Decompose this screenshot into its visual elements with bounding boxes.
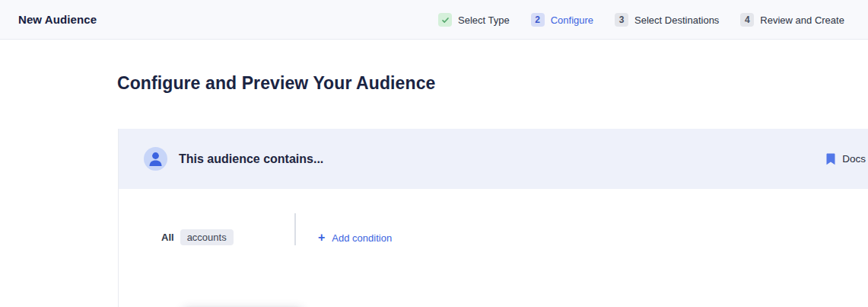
- step-label: Configure: [551, 14, 593, 26]
- add-condition-button[interactable]: + Add condition: [318, 232, 392, 244]
- step-number-badge: 3: [615, 13, 628, 27]
- panel-header: This audience contains... Docs: [119, 129, 868, 189]
- add-condition-label: Add condition: [332, 232, 392, 244]
- panel-title: This audience contains...: [179, 152, 826, 166]
- step-select-destinations[interactable]: 3 Select Destinations: [615, 13, 719, 27]
- audience-panel: This audience contains... Docs All accou…: [118, 129, 868, 307]
- check-icon: [438, 13, 452, 27]
- step-configure[interactable]: 2 Configure: [531, 13, 593, 27]
- step-number-badge: 2: [531, 13, 545, 27]
- step-number-badge: 4: [740, 13, 754, 27]
- docs-label: Docs: [842, 153, 866, 165]
- page-heading: Configure and Preview Your Audience: [117, 73, 435, 94]
- step-select-type[interactable]: Select Type: [438, 13, 510, 27]
- condition-prefix-label: All: [161, 232, 174, 243]
- docs-link[interactable]: Docs: [826, 153, 866, 165]
- entity-type-dropdown-trigger[interactable]: accounts: [180, 229, 234, 245]
- step-label: Select Destinations: [634, 14, 719, 26]
- plus-icon: +: [318, 232, 325, 244]
- step-label: Review and Create: [760, 14, 844, 26]
- step-review-and-create[interactable]: 4 Review and Create: [740, 13, 844, 27]
- bookmark-icon: [826, 153, 835, 165]
- wizard-stepper: Select Type 2 Configure 3 Select Destina…: [438, 0, 844, 40]
- audience-avatar: [144, 147, 167, 171]
- person-icon: [144, 147, 167, 171]
- condition-scope-row: All accounts: [161, 229, 234, 245]
- top-bar: New Audience Select Type 2 Configure 3 S…: [0, 0, 868, 40]
- condition-group-divider: [294, 213, 296, 245]
- page-title: New Audience: [18, 13, 97, 26]
- step-label: Select Type: [458, 14, 510, 26]
- condition-builder: All accounts + Add condition Users Accou…: [119, 189, 868, 307]
